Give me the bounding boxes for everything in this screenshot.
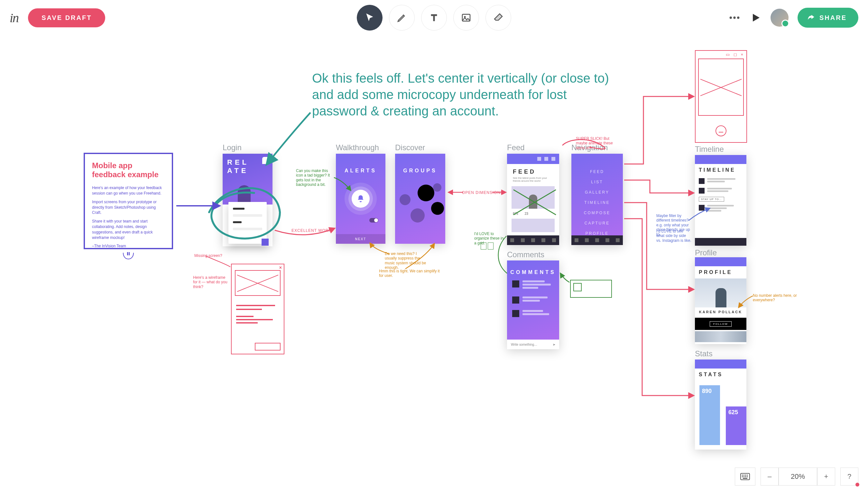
nav-list: FEED LIST GALLERY TIMELINE COMPOSE CAPTU… [571, 154, 623, 249]
label-profile: Profile [695, 248, 717, 257]
svg-rect-12 [742, 476, 743, 477]
follow-button: FOLLOW [710, 321, 731, 327]
stats-bar-2: 625 [726, 407, 746, 445]
wireframe-missing-screen: × [231, 264, 284, 354]
svg-rect-14 [745, 476, 746, 477]
toolbar-right: SHARE [728, 8, 858, 28]
help-button[interactable]: ? [840, 468, 858, 486]
svg-rect-9 [744, 475, 745, 475]
intro-p1: Here's an example of how your feedback s… [92, 185, 165, 196]
text-tool-button[interactable] [421, 5, 447, 30]
svg-rect-8 [742, 475, 743, 475]
comments-placeholder: Write something… [511, 343, 537, 346]
text-icon [429, 13, 439, 23]
svg-rect-5 [127, 252, 128, 255]
artboard-comments[interactable]: COMMENTS Write something…➤ [507, 261, 559, 349]
tabs-sketch-b [488, 243, 493, 249]
pencil-tool-button[interactable] [389, 5, 415, 30]
walkthrough-next: NEXT [336, 234, 385, 244]
profile-title: PROFILE [695, 266, 746, 278]
svg-rect-6 [129, 252, 130, 255]
svg-point-3 [733, 17, 736, 19]
timeline-chip: STAY UP TO… [699, 197, 724, 202]
walkthrough-title: ALERTS [336, 154, 385, 174]
top-toolbar: in SAVE DRAFT SHARE [0, 0, 868, 35]
annotation-main: Ok this feels off. Let's center it verti… [312, 70, 624, 120]
share-button[interactable]: SHARE [798, 8, 858, 28]
ann-icon-bigger: Can you make this icon a tad bigger? It … [296, 169, 335, 187]
timeline-title: TIMELINE [695, 164, 746, 176]
feed-stat: 875 [513, 212, 518, 216]
keyboard-shortcuts-button[interactable] [735, 468, 755, 486]
svg-rect-11 [747, 475, 748, 475]
label-discover: Discover [395, 143, 425, 152]
label-login: Login [223, 143, 242, 152]
nav-item: COMPOSE [571, 208, 623, 218]
zoom-value[interactable]: 20% [778, 468, 817, 486]
label-walkthrough: Walkthrough [336, 143, 379, 152]
login-brand: REL ATE [227, 158, 249, 175]
artboard-login[interactable]: REL ATE [223, 154, 272, 246]
user-avatar[interactable] [771, 9, 789, 27]
artboard-profile[interactable]: PROFILE KAREN POLLACK FOLLOW [695, 257, 746, 344]
share-arrow-icon [806, 14, 815, 22]
tabs-sketch-a [481, 243, 486, 249]
artboard-timeline[interactable]: TIMELINE STAY UP TO… [695, 155, 746, 246]
toolbar-left: in SAVE DRAFT [10, 8, 105, 27]
feed-title: FEED [507, 164, 559, 176]
svg-rect-15 [747, 476, 748, 477]
svg-rect-13 [744, 476, 745, 477]
save-draft-button[interactable]: SAVE DRAFT [28, 8, 105, 27]
bell-icon-ring [352, 190, 370, 208]
share-label: SHARE [819, 14, 847, 22]
zoom-out-button[interactable]: – [761, 468, 778, 486]
stats-title: STATS [695, 369, 746, 381]
label-feed: Feed [507, 143, 525, 152]
intro-pause-icon [92, 252, 165, 261]
present-button[interactable] [750, 12, 762, 23]
svg-point-4 [737, 17, 739, 19]
login-form-card [228, 202, 267, 244]
speech-bubble-icon [262, 157, 269, 164]
eraser-icon [493, 13, 504, 23]
image-tool-button[interactable] [453, 5, 479, 30]
select-tool-button[interactable] [357, 5, 383, 30]
sticky-note [570, 280, 612, 298]
intro-sign: –The InVision Team [92, 243, 165, 249]
close-icon: × [279, 265, 282, 270]
artboard-navigation[interactable]: FEED LIST GALLERY TIMELINE COMPOSE CAPTU… [571, 154, 623, 245]
ann-open-dimensions: OPEN DIMENSIONS [462, 190, 503, 195]
ann-instagram: I'd LOVE to see what side by side vs. In… [656, 229, 692, 243]
intro-p2: Import screens from your prototype or di… [92, 199, 165, 216]
ann-missing: Missing screen? [194, 253, 222, 258]
artboard-walkthrough[interactable]: ALERTS NEXT [336, 154, 385, 244]
ann-alerts: No number alerts here, or everywhere? [753, 293, 801, 302]
label-timeline: Timeline [695, 145, 724, 154]
zoom-in-button[interactable]: + [817, 468, 835, 486]
feed-sub: See the latest posts from your friends a… [507, 176, 559, 185]
artboard-feed[interactable]: FEED See the latest posts from your frie… [507, 154, 559, 245]
zoom-controls: – 20% + ? [735, 468, 858, 486]
svg-rect-16 [743, 478, 747, 479]
ann-nav: SUPER SLICK! But maybe animate these ite… [576, 136, 621, 150]
ann-missing-desc: Here's a wireframe for it — what do you … [193, 275, 228, 289]
invision-logo[interactable]: in [10, 10, 18, 25]
play-icon [750, 12, 762, 23]
feed-stat: 23 [525, 212, 528, 216]
nav-item: TIMELINE [571, 197, 623, 208]
window-controls-icon: ▭ ◻ × [726, 52, 745, 57]
ann-excellent: EXCELLENT WORK [291, 228, 331, 233]
ann-simplify: Hmm this is tight. We can simplify it fo… [379, 269, 443, 278]
pencil-icon [397, 13, 407, 23]
eraser-tool-button[interactable] [485, 5, 511, 30]
more-horizontal-icon [728, 11, 741, 24]
intro-body: Here's an example of how your feedback s… [92, 185, 165, 249]
tool-switcher [357, 5, 511, 30]
artboard-discover[interactable]: GROUPS [395, 154, 445, 244]
toggle-switch [369, 218, 378, 223]
nav-item: GALLERY [571, 187, 623, 197]
freehand-canvas[interactable]: Mobile app feedback example Here's an ex… [0, 0, 868, 492]
more-menu-button[interactable] [728, 11, 741, 24]
artboard-stats[interactable]: STATS 890 625 [695, 360, 746, 449]
label-stats: Stats [695, 349, 713, 358]
